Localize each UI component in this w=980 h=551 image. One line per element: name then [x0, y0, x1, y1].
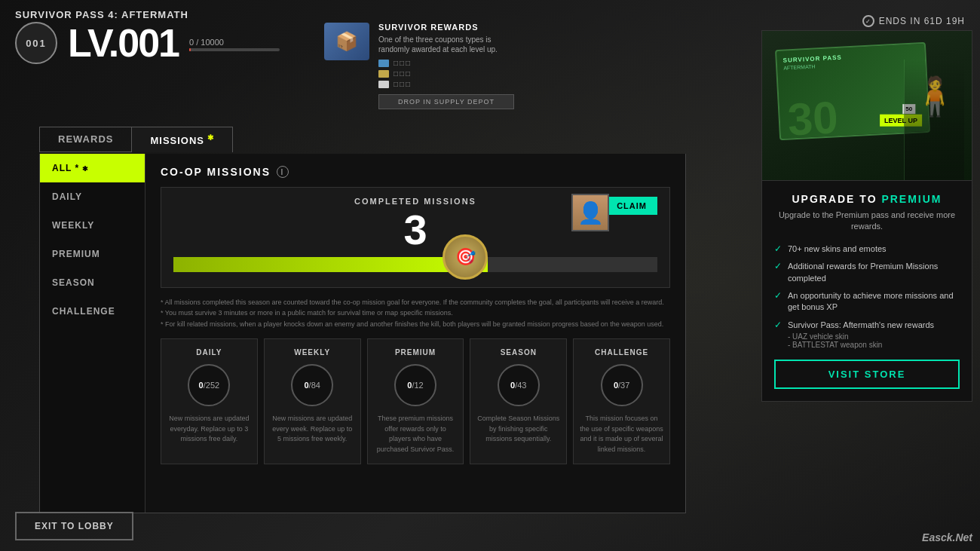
stat-card-challenge: CHALLENGE 0/37 This mission focuses on t… — [573, 338, 670, 464]
stat-circle-premium: 0/12 — [394, 364, 436, 406]
premium-panel: SURVIVOR PASS AFTERMATH 30 50 LEVEL UP 🧍… — [761, 30, 972, 513]
stats-grid: DAILY 0/252 New missions are updated eve… — [161, 338, 670, 464]
sidebar-item-daily[interactable]: DAILY — [40, 182, 145, 211]
xp-display: 0 / 10000 — [189, 38, 280, 47]
watermark: Easck.Net — [922, 531, 972, 543]
reward-item-gold: □□□ — [394, 69, 412, 78]
stat-card-daily: DAILY 0/252 New missions are updated eve… — [161, 338, 258, 464]
sidebar-item-season[interactable]: SEASON — [40, 268, 145, 297]
reward-avatar: 👤 — [571, 194, 609, 231]
check-icon-1: ✓ — [774, 243, 782, 254]
stat-card-premium: PREMIUM 0/12 These premium missions offe… — [367, 338, 464, 464]
stat-title-premium: PREMIUM — [374, 348, 458, 357]
stat-desc-daily: New missions are updated everyday. Repla… — [167, 414, 251, 445]
tab-missions[interactable]: MISSIONS — [131, 127, 233, 152]
premium-info: UPGRADE TO PREMIUM Upgrade to the Premiu… — [761, 181, 972, 402]
drop-in-supply-depot-button[interactable]: DROP IN SUPPLY DEPOT — [378, 94, 514, 109]
stat-desc-weekly: New missions are updated every week. Rep… — [271, 414, 354, 445]
stat-desc-premium: These premium missions offer rewards onl… — [374, 414, 458, 455]
sidebar-item-weekly[interactable]: WEEKLY — [40, 211, 145, 240]
sidebar-item-all[interactable]: ALL * — [40, 154, 145, 182]
progress-indicator: 🎯 — [443, 234, 488, 280]
feature-text-4: Survivor Pass: Aftermath's new rewards — [788, 320, 934, 331]
visit-store-button[interactable]: VISIT STORE — [774, 360, 960, 389]
feature-text-1: 70+ new skins and emotes — [788, 243, 887, 255]
stat-title-season: SEASON — [476, 348, 560, 357]
coop-title: CO-OP MISSIONS — [161, 166, 271, 178]
survivor-rewards-desc: One of the three coupons types is random… — [378, 35, 514, 54]
check-icon-2: ✓ — [774, 261, 782, 271]
feature-sub-4: - UAZ vehicle skin- BATTLESTAT weapon sk… — [788, 332, 934, 349]
coop-info-icon[interactable]: i — [277, 166, 289, 178]
stat-title-weekly: WEEKLY — [271, 348, 354, 357]
stat-desc-challenge: This mission focuses on the use of speci… — [580, 414, 663, 455]
missions-panel: ALL * DAILY WEEKLY PREMIUM SEASON CHALLE… — [39, 154, 686, 513]
stat-title-daily: DAILY — [167, 348, 251, 357]
missions-sidebar: ALL * DAILY WEEKLY PREMIUM SEASON CHALLE… — [40, 154, 145, 513]
tab-rewards[interactable]: REWARDS — [39, 127, 131, 152]
sidebar-item-challenge[interactable]: CHALLENGE — [40, 297, 145, 326]
exit-to-lobby-button[interactable]: EXIT TO LOBBY — [15, 512, 133, 540]
timer: ✓ ENDS IN 61d 19h — [862, 15, 965, 27]
upgrade-title: UPGRADE TO PREMIUM — [774, 193, 960, 205]
upgrade-subtitle: Upgrade to the Premium pass and receive … — [774, 210, 960, 233]
stat-card-weekly: WEEKLY 0/84 New missions are updated eve… — [264, 338, 361, 464]
mission-notes: * All missions completed this season are… — [161, 297, 670, 329]
timer-icon: ✓ — [862, 15, 874, 27]
feature-text-3: An opportunity to achieve more missions … — [788, 290, 960, 314]
survivor-rewards-section: 📦 SURVIVOR REWARDS One of the three coup… — [324, 23, 514, 109]
stat-circle-season: 0/43 — [498, 364, 540, 406]
stat-circle-daily: 0/252 — [188, 364, 230, 406]
reward-item-blue: □□□ — [394, 59, 412, 67]
feature-list: ✓ 70+ new skins and emotes ✓ Additional … — [774, 243, 960, 349]
check-icon-3: ✓ — [774, 290, 782, 301]
stat-desc-season: Complete Season Missions by finishing sp… — [476, 414, 560, 445]
premium-card-art: SURVIVOR PASS AFTERMATH 30 50 LEVEL UP 🧍 — [761, 30, 972, 181]
stat-card-season: SEASON 0/43 Complete Season Missions by … — [470, 338, 567, 464]
stat-circle-challenge: 0/37 — [601, 364, 643, 406]
claim-button[interactable]: CLAIM — [606, 197, 657, 215]
survivor-rewards-title: SURVIVOR REWARDS — [378, 23, 514, 32]
sidebar-item-premium[interactable]: PREMIUM — [40, 240, 145, 268]
stat-title-challenge: CHALLENGE — [580, 348, 663, 357]
completed-missions-section: COMPLETED MISSIONS 3 🎯 CLAIM 👤 — [161, 187, 670, 288]
check-icon-4: ✓ — [774, 320, 782, 330]
feature-text-2: Additional rewards for Premium Missions … — [788, 261, 960, 284]
reward-item-silver: □□□ — [394, 80, 412, 88]
level-text: LV.001 — [68, 23, 179, 63]
reward-box-image: 📦 — [324, 23, 369, 60]
stat-circle-weekly: 0/84 — [291, 364, 333, 406]
pass-title: SURVIVOR PASS 4: AFTERMATH — [15, 9, 965, 20]
level-badge: 001 — [15, 22, 57, 64]
